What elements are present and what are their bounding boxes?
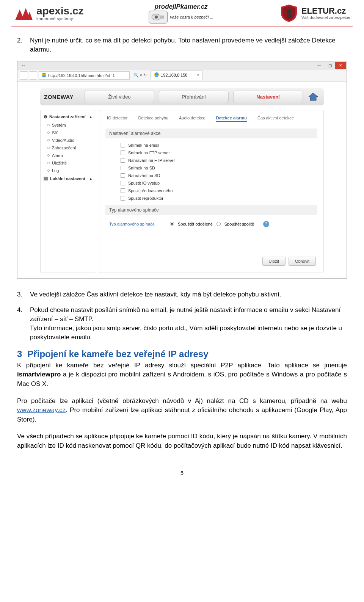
caret-up-icon: ▴ bbox=[90, 177, 92, 180]
checkbox-icon[interactable] bbox=[121, 150, 125, 155]
list-item-4: 4. Pokud chcete nastavit posílání snímků… bbox=[17, 306, 347, 342]
radio-together[interactable] bbox=[217, 222, 221, 226]
subtab-schedule[interactable]: Čas aktivní detekce bbox=[257, 116, 294, 122]
check-row[interactable]: Spusť přednastaveného bbox=[105, 187, 317, 194]
check-row[interactable]: Spustit reproduktor bbox=[105, 194, 317, 202]
checkbox-icon[interactable] bbox=[121, 166, 125, 170]
sidebar-item-alarm[interactable]: Alarm bbox=[41, 152, 95, 159]
paragraph: Ve všech případech se aplikace připojuje… bbox=[17, 432, 347, 450]
eletur-subtitle: Váš dodavatel zabezpečení bbox=[301, 15, 353, 20]
svg-point-8 bbox=[42, 73, 46, 77]
tab-live[interactable]: Živé video bbox=[85, 91, 154, 103]
gear-icon: ⚙ bbox=[44, 114, 47, 119]
maximize-button[interactable]: ▢ bbox=[325, 62, 335, 69]
list-number: 4. bbox=[17, 306, 30, 342]
list-item-2: 2. Nyní je nutné určit, co se má dít po … bbox=[17, 36, 347, 54]
subtab-alarm[interactable]: Detekce alarmu bbox=[216, 116, 247, 122]
prodej-slogan: vaše cesta k bezpečí ... bbox=[170, 15, 213, 19]
checkbox-icon[interactable] bbox=[121, 196, 125, 201]
list-text: Pokud chcete nastavit posílání snímků na… bbox=[30, 306, 347, 342]
checkbox-icon[interactable] bbox=[121, 158, 125, 163]
check-row[interactable]: Snímek na SD bbox=[105, 164, 317, 172]
help-icon[interactable]: ? bbox=[263, 221, 269, 227]
check-row[interactable]: Snímek na FTP server bbox=[105, 149, 317, 157]
arrows-icon: ↔ bbox=[18, 62, 29, 69]
checkbox-icon[interactable] bbox=[121, 143, 125, 147]
subtab-audio[interactable]: Audio detekce bbox=[179, 116, 206, 122]
tab-close-icon[interactable]: × bbox=[196, 73, 199, 77]
app-logo: ZONEWAY bbox=[44, 94, 81, 100]
url-text: http://192.168.0.158/main.html?id=1 bbox=[48, 73, 115, 78]
apexis-subtitle: kamerové systémy bbox=[36, 16, 84, 21]
sidebar-section-device[interactable]: ⚙Nastavení zařízení ▴ bbox=[41, 113, 95, 121]
minimize-button[interactable]: — bbox=[314, 62, 325, 69]
document-body: 2. Nyní je nutné určit, co se má dít po … bbox=[0, 36, 364, 499]
list-text: Nyní je nutné určit, co se má dít po det… bbox=[30, 36, 347, 54]
paragraph: K připojení ke kameře bez veřejné IP adr… bbox=[17, 361, 347, 389]
apexis-mark-icon bbox=[11, 5, 34, 22]
check-row[interactable]: Snímek na email bbox=[105, 141, 317, 149]
sidebar-item-log[interactable]: Log bbox=[41, 167, 95, 174]
forward-button[interactable] bbox=[29, 71, 37, 80]
svg-point-6 bbox=[287, 9, 291, 14]
address-bar-row: http://192.168.0.158/main.html?id=1 🔍 ▾ … bbox=[17, 70, 347, 82]
save-button[interactable]: Uložit bbox=[262, 257, 286, 266]
url-field[interactable]: http://192.168.0.158/main.html?id=1 bbox=[39, 71, 130, 80]
ie-icon bbox=[41, 72, 47, 78]
app-header: ZONEWAY Živé video Přehrávání Nastavení bbox=[40, 88, 324, 105]
close-button[interactable]: ✕ bbox=[335, 62, 346, 69]
list-item-3: 3. Ve vedlejší záložce Čas aktivní detek… bbox=[17, 290, 347, 299]
list-number: 2. bbox=[17, 36, 30, 54]
radio-group-label: Typ alarmového spínače bbox=[109, 222, 166, 226]
camera-icon bbox=[149, 11, 168, 24]
check-row[interactable]: Nahrávání na SD bbox=[105, 172, 317, 179]
window-titlebar: ↔ — ▢ ✕ bbox=[17, 61, 347, 70]
sidebar: ⚙Nastavení zařízení ▴ Systém Síť Video/A… bbox=[40, 110, 95, 273]
sidebar-item-security[interactable]: Zabezpečení bbox=[41, 144, 95, 152]
radio-row: Typ alarmového spínače Spouštět odděleně… bbox=[105, 218, 317, 230]
tab-settings[interactable]: Nastavení bbox=[233, 91, 303, 103]
shield-icon bbox=[279, 3, 299, 24]
sidebar-item-videoaudio[interactable]: Video/Audio bbox=[41, 136, 95, 144]
refresh-button[interactable]: Obnovit bbox=[289, 257, 316, 266]
browser-screenshot: ↔ — ▢ ✕ http://192.168.0.158/main.html?i… bbox=[17, 61, 347, 279]
home-icon[interactable] bbox=[306, 91, 320, 102]
heading-section-3: 3 Připojení ke kameře bez veřejné IP adr… bbox=[17, 349, 347, 359]
zoneway-link[interactable]: www.zoneway.cz bbox=[17, 406, 66, 414]
sidebar-item-network[interactable]: Síť bbox=[41, 129, 95, 136]
list-text: Ve vedlejší záložce Čas aktivní detekce … bbox=[30, 290, 347, 299]
checkbox-icon[interactable] bbox=[121, 188, 125, 193]
checkbox-icon[interactable] bbox=[121, 181, 125, 185]
main-panel: IO detector Detekce pohybu Audio detekce… bbox=[99, 110, 324, 273]
subtab-io[interactable]: IO detector bbox=[107, 116, 127, 122]
radio-separate[interactable] bbox=[170, 222, 174, 226]
sidebar-item-storage[interactable]: Úložiště bbox=[41, 159, 95, 167]
caret-up-icon: ▴ bbox=[90, 115, 92, 119]
search-dropdown-icon[interactable]: 🔍 ▾ ↻ bbox=[131, 73, 149, 78]
back-button[interactable] bbox=[20, 71, 28, 80]
header-separator bbox=[11, 27, 353, 27]
folder-icon bbox=[44, 177, 48, 180]
sidebar-section-local[interactable]: Lokální nastavení ▴ bbox=[41, 174, 95, 183]
svg-marker-12 bbox=[309, 93, 318, 100]
page-number: 5 bbox=[17, 458, 347, 484]
logo-eletur: ELETUR.cz Váš dodavatel zabezpečení bbox=[279, 3, 353, 24]
section-switch-type: Typ alarmového spínače bbox=[105, 205, 317, 215]
svg-rect-5 bbox=[160, 16, 164, 19]
browser-tab[interactable]: 192.168.0.158 × bbox=[151, 71, 202, 80]
tab-title: 192.168.0.158 bbox=[161, 73, 187, 77]
tab-playback[interactable]: Přehrávání bbox=[159, 91, 229, 103]
sidebar-item-system[interactable]: Systém bbox=[41, 121, 95, 129]
section-alarm-action: Nastavení alarmové akce bbox=[105, 129, 317, 138]
svg-point-10 bbox=[154, 72, 159, 77]
subtab-motion[interactable]: Detekce pohybu bbox=[138, 116, 168, 122]
list-number: 3. bbox=[17, 290, 30, 299]
svg-rect-7 bbox=[287, 14, 291, 18]
prodej-title: prodejIPkamer.cz bbox=[149, 3, 213, 11]
check-row[interactable]: Spustit IO výstup bbox=[105, 179, 317, 187]
checkbox-icon[interactable] bbox=[121, 173, 125, 178]
svg-point-4 bbox=[155, 16, 158, 19]
paragraph: Pro počítače lze aplikaci (včetně obrázk… bbox=[17, 397, 347, 425]
check-row[interactable]: Nahrávání na FTP server bbox=[105, 157, 317, 164]
sub-tabs: IO detector Detekce pohybu Audio detekce… bbox=[105, 114, 317, 125]
